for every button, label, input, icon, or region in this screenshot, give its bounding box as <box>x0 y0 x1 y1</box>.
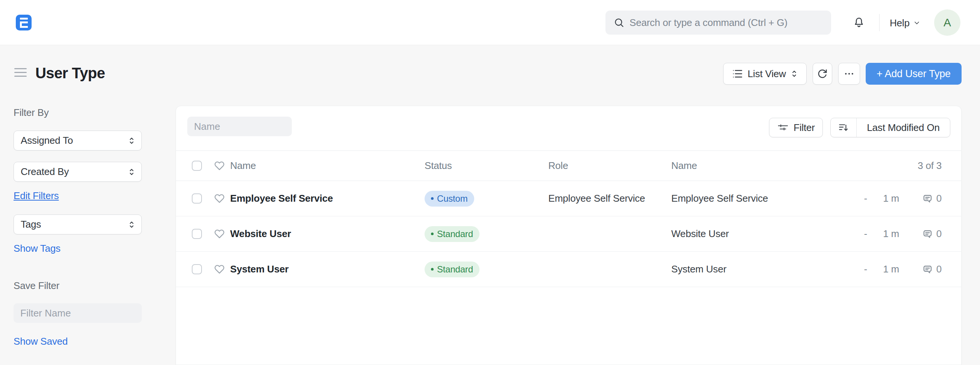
app-logo[interactable] <box>16 15 32 30</box>
row-comments: 0 <box>899 193 942 204</box>
sidebar-toggle-icon[interactable] <box>14 68 27 77</box>
show-tags-link[interactable]: Show Tags <box>14 243 60 254</box>
filter-by-label: Filter By <box>14 107 142 118</box>
sort-field-button[interactable]: Last Modified On <box>857 118 950 137</box>
heart-icon <box>214 161 225 171</box>
table-header-row: Name Status Role Name 3 of 3 <box>176 151 961 181</box>
chevrons-up-down-icon <box>791 69 798 79</box>
comment-icon <box>922 193 933 204</box>
add-user-type-button[interactable]: + Add User Type <box>865 63 962 84</box>
sort-direction-button[interactable] <box>831 118 857 137</box>
top-navbar: Help A <box>0 0 980 45</box>
ellipsis-icon <box>843 68 855 80</box>
navbar-divider <box>879 14 880 31</box>
view-switcher-button[interactable]: List View <box>723 63 807 84</box>
page-title: User Type <box>35 65 105 82</box>
created-by-select[interactable]: Created By <box>14 162 142 182</box>
sort-descending-icon <box>838 122 849 133</box>
search-input[interactable] <box>630 17 823 29</box>
row-name2: System User <box>671 263 859 275</box>
help-menu[interactable]: Help <box>890 17 921 29</box>
row-checkbox[interactable] <box>192 193 202 204</box>
row-name2: Website User <box>671 228 859 240</box>
search-icon <box>614 17 624 28</box>
chevrons-up-down-icon <box>128 136 135 146</box>
notifications-button[interactable] <box>851 14 867 31</box>
row-modified: 1 m <box>867 263 899 275</box>
tags-select[interactable]: Tags <box>14 215 142 234</box>
row-comments: 0 <box>899 228 942 240</box>
user-avatar[interactable]: A <box>934 10 961 36</box>
chevron-down-icon <box>913 19 921 27</box>
comment-icon <box>922 264 933 275</box>
heart-icon[interactable] <box>214 193 225 204</box>
column-header-status[interactable]: Status <box>425 160 548 172</box>
row-assigned: - <box>859 228 867 240</box>
filter-name-input[interactable] <box>14 303 142 323</box>
row-count: 3 of 3 <box>859 160 942 172</box>
status-badge: Custom <box>425 191 474 207</box>
table-row[interactable]: Employee Self Service Custom Employee Se… <box>176 181 961 216</box>
filter-icon <box>777 123 789 132</box>
status-badge: Standard <box>425 226 479 242</box>
row-title[interactable]: Employee Self Service <box>230 193 425 204</box>
assigned-to-select[interactable]: Assigned To <box>14 131 142 150</box>
column-header-name2[interactable]: Name <box>671 160 859 172</box>
refresh-icon <box>817 68 828 80</box>
refresh-button[interactable] <box>813 63 832 84</box>
table-row[interactable]: Website User Standard Website User - 1 m… <box>176 216 961 252</box>
comment-icon <box>922 229 933 239</box>
sort-button-group: Last Modified On <box>830 118 950 137</box>
more-options-button[interactable] <box>838 63 860 84</box>
row-assigned: - <box>859 193 867 204</box>
row-name2: Employee Self Service <box>671 193 859 204</box>
row-comments: 0 <box>899 263 942 275</box>
edit-filters-link[interactable]: Edit Filters <box>14 190 59 202</box>
row-title[interactable]: System User <box>230 263 425 275</box>
list-toolbar: Filter Last Modified On <box>176 106 961 151</box>
row-modified: 1 m <box>867 228 899 240</box>
bell-icon <box>853 17 865 29</box>
row-modified: 1 m <box>867 193 899 204</box>
row-title[interactable]: Website User <box>230 228 425 240</box>
chevrons-up-down-icon <box>128 220 135 230</box>
help-label: Help <box>890 17 910 29</box>
column-header-name[interactable]: Name <box>230 160 425 172</box>
heart-icon[interactable] <box>214 264 225 274</box>
erpnext-logo-icon <box>20 18 28 28</box>
select-all-checkbox[interactable] <box>192 161 202 171</box>
status-badge: Standard <box>425 261 479 277</box>
row-checkbox[interactable] <box>192 229 202 239</box>
show-saved-link[interactable]: Show Saved <box>14 336 68 347</box>
chevrons-up-down-icon <box>128 167 135 177</box>
row-checkbox[interactable] <box>192 264 202 274</box>
column-header-role[interactable]: Role <box>548 160 671 172</box>
view-switcher-label: List View <box>748 68 786 80</box>
row-role: Employee Self Service <box>548 193 671 204</box>
save-filter-label: Save Filter <box>14 280 142 292</box>
filter-button[interactable]: Filter <box>769 118 823 137</box>
global-search[interactable] <box>605 11 831 35</box>
row-assigned: - <box>859 263 867 275</box>
list-view-card: Filter Last Modified On Name Status Role… <box>176 106 962 365</box>
table-row[interactable]: System User Standard System User - 1 m 0 <box>176 252 961 287</box>
list-view-icon <box>732 68 743 80</box>
name-filter-input[interactable] <box>187 116 292 136</box>
heart-icon[interactable] <box>214 229 225 239</box>
